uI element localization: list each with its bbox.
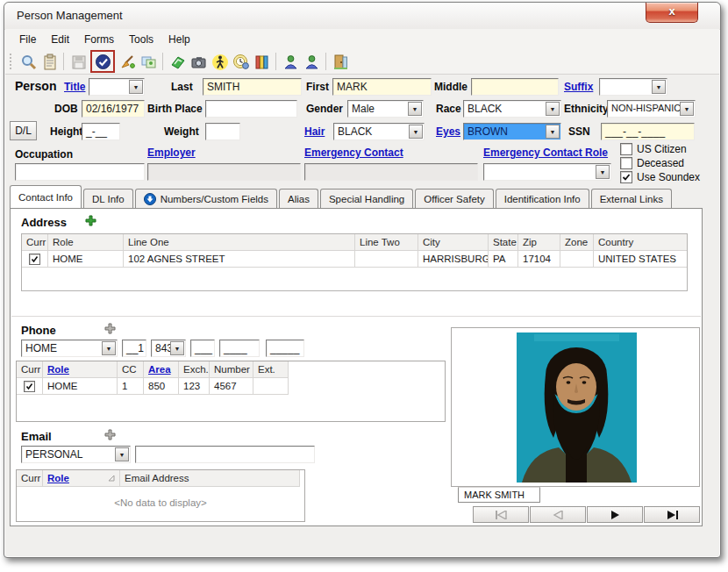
- height-field[interactable]: _-__: [82, 123, 120, 140]
- exit-door-icon[interactable]: [331, 52, 350, 71]
- nav-previous-button[interactable]: [530, 506, 586, 523]
- birth-place-field[interactable]: [205, 100, 297, 118]
- suffix-select[interactable]: ▼: [599, 78, 667, 96]
- tab-external-links[interactable]: External Links: [591, 189, 672, 208]
- add-phone-button[interactable]: [103, 322, 117, 335]
- title-select[interactable]: ▼: [89, 78, 145, 96]
- chevron-down-icon[interactable]: ▼: [546, 125, 560, 139]
- ssn-field[interactable]: ___-__-____: [601, 123, 695, 140]
- eyes-link[interactable]: Eyes: [436, 125, 460, 138]
- phone-ext-field[interactable]: _____: [266, 340, 304, 357]
- nav-last-button[interactable]: [644, 506, 700, 523]
- tab-numbers-custom-fields[interactable]: Numbers/Custom Fields: [135, 189, 277, 208]
- phone-role-select[interactable]: HOME▼: [21, 340, 118, 357]
- chevron-down-icon[interactable]: ▼: [170, 341, 184, 355]
- person-view-icon[interactable]: [302, 52, 321, 71]
- col-line-two[interactable]: Line Two: [355, 234, 418, 251]
- clear-broom-icon[interactable]: [118, 52, 137, 71]
- close-button[interactable]: x: [646, 3, 698, 23]
- occupation-field[interactable]: [15, 163, 145, 181]
- search-icon[interactable]: [18, 52, 38, 71]
- col-curr[interactable]: Curr: [17, 470, 43, 487]
- menu-help[interactable]: Help: [161, 32, 198, 47]
- ethnicity-select[interactable]: NON-HISPANIC▼: [607, 100, 696, 118]
- phone-exchange-field[interactable]: ___: [190, 340, 215, 357]
- col-exch[interactable]: Exch.: [179, 361, 210, 378]
- hair-link[interactable]: Hair: [304, 125, 325, 138]
- col-country[interactable]: Country: [594, 234, 687, 251]
- tab-contact-info[interactable]: Contact Info: [10, 185, 82, 208]
- nav-next-button[interactable]: [587, 506, 643, 523]
- col-role[interactable]: Role: [48, 234, 124, 251]
- eyes-select[interactable]: BROWN▼: [463, 123, 561, 140]
- menu-forms[interactable]: Forms: [77, 32, 122, 47]
- chevron-down-icon[interactable]: ▼: [129, 80, 143, 94]
- col-zip[interactable]: Zip: [518, 234, 560, 251]
- pedestrian-icon[interactable]: [210, 52, 229, 71]
- deceased-checkbox[interactable]: [620, 157, 632, 169]
- email-role-select[interactable]: PERSONAL▼: [21, 446, 131, 463]
- employer-field[interactable]: [147, 163, 301, 181]
- dl-button[interactable]: D/L: [10, 121, 37, 140]
- validate-check-icon[interactable]: [93, 52, 112, 71]
- hair-select[interactable]: BLACK▼: [333, 123, 425, 140]
- last-name-field[interactable]: SMITH: [203, 78, 302, 96]
- toolbar-grip[interactable]: [10, 54, 14, 69]
- phone-row[interactable]: HOME 1 850 123 4567: [17, 378, 445, 395]
- phone-number-field[interactable]: ____: [219, 340, 260, 357]
- chevron-down-icon[interactable]: ▼: [115, 447, 129, 461]
- emergency-contact-role-link[interactable]: Emergency Contact Role: [483, 147, 608, 159]
- col-curr[interactable]: Curr: [22, 234, 48, 251]
- person-history-icon[interactable]: [231, 52, 250, 71]
- address-row[interactable]: HOME 102 AGNES STREET HARRISBURG PA 1710…: [22, 251, 687, 268]
- menu-file[interactable]: File: [12, 32, 44, 47]
- first-name-field[interactable]: MARK: [332, 78, 432, 96]
- col-number[interactable]: Number: [210, 361, 253, 378]
- col-zone[interactable]: Zone: [560, 234, 594, 251]
- email-address-field[interactable]: [135, 446, 315, 463]
- address-curr-checkbox[interactable]: [29, 254, 40, 265]
- col-role[interactable]: Role: [43, 470, 120, 487]
- col-curr[interactable]: Curr: [17, 361, 43, 378]
- emergency-contact-role-select[interactable]: ▼: [483, 163, 611, 181]
- add-email-button[interactable]: [103, 428, 117, 441]
- menu-edit[interactable]: Edit: [44, 32, 77, 47]
- add-address-button[interactable]: [84, 214, 97, 227]
- camera-icon[interactable]: [189, 52, 208, 71]
- col-email-address[interactable]: Email Address: [120, 470, 300, 487]
- tab-alias[interactable]: Alias: [279, 189, 318, 208]
- phone-cc-field[interactable]: __1: [122, 340, 146, 357]
- col-cc[interactable]: CC: [118, 361, 144, 378]
- report-book-icon[interactable]: [168, 52, 187, 71]
- col-city[interactable]: City: [418, 234, 489, 251]
- copy-images-icon[interactable]: [139, 52, 158, 71]
- tab-identification-info[interactable]: Identification Info: [496, 189, 589, 208]
- phone-area-select[interactable]: 843▼: [151, 340, 186, 357]
- us-citizen-checkbox[interactable]: [620, 143, 632, 155]
- middle-name-field[interactable]: [471, 78, 559, 96]
- tab-dl-info[interactable]: DL Info: [83, 189, 133, 208]
- suffix-link[interactable]: Suffix: [564, 81, 593, 93]
- use-soundex-checkbox[interactable]: [620, 171, 632, 183]
- catalog-books-icon[interactable]: [252, 52, 271, 71]
- tab-officer-safety[interactable]: Officer Safety: [415, 189, 493, 208]
- phone-curr-checkbox[interactable]: [24, 381, 35, 392]
- emergency-contact-field[interactable]: [304, 163, 478, 181]
- chevron-down-icon[interactable]: ▼: [409, 125, 423, 139]
- chevron-down-icon[interactable]: ▼: [102, 341, 116, 355]
- chevron-down-icon[interactable]: ▼: [596, 165, 610, 179]
- race-select[interactable]: BLACK▼: [463, 100, 561, 118]
- paste-clipboard-icon[interactable]: [39, 52, 59, 71]
- menu-tools[interactable]: Tools: [122, 32, 161, 47]
- emergency-contact-link[interactable]: Emergency Contact: [304, 147, 403, 159]
- weight-field[interactable]: [205, 123, 240, 140]
- chevron-down-icon[interactable]: ▼: [680, 102, 694, 116]
- person-add-icon[interactable]: [281, 52, 300, 71]
- gender-select[interactable]: Male▼: [347, 100, 424, 118]
- col-ext[interactable]: Ext.: [253, 361, 289, 378]
- col-area[interactable]: Area: [144, 361, 179, 378]
- dob-field[interactable]: 02/16/1977: [82, 100, 145, 118]
- col-role[interactable]: Role: [43, 361, 118, 378]
- photo-tab[interactable]: MARK SMITH: [458, 487, 540, 503]
- chevron-down-icon[interactable]: ▼: [546, 102, 560, 116]
